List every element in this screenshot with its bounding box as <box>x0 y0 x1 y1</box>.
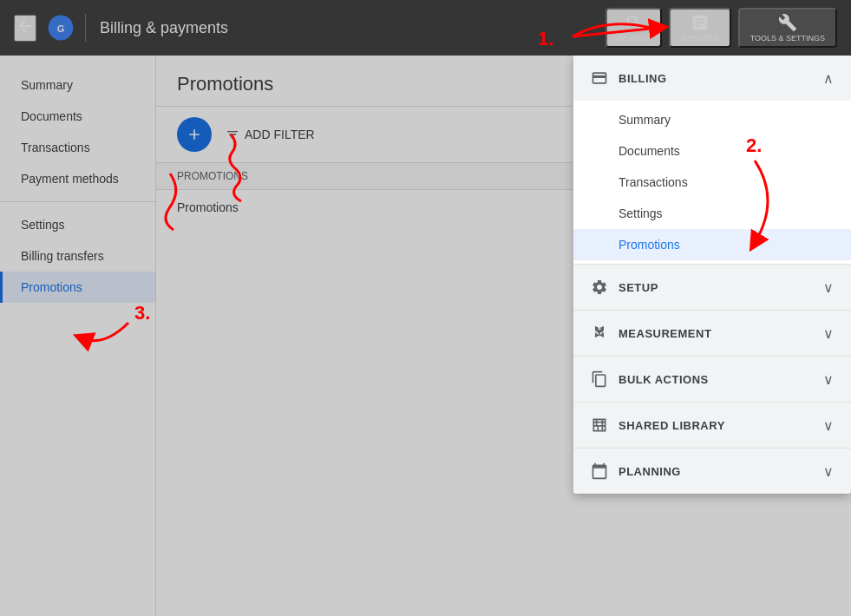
shared-library-icon <box>591 416 608 434</box>
billing-icon <box>591 69 608 87</box>
setup-section: SETUP ∨ <box>573 265 851 311</box>
setup-section-header[interactable]: SETUP ∨ <box>573 265 851 310</box>
planning-icon <box>591 462 608 480</box>
dropdown-item-transactions[interactable]: Transactions <box>573 167 851 198</box>
shared-library-section-label: SHARED LIBRARY <box>619 419 823 432</box>
dropdown-item-documents[interactable]: Documents <box>573 135 851 167</box>
planning-section-label: PLANNING <box>619 465 823 478</box>
planning-section: PLANNING ∨ <box>573 449 851 494</box>
dropdown-item-settings[interactable]: Settings <box>573 198 851 229</box>
billing-items: Summary Documents Transactions Settings … <box>573 101 851 264</box>
shared-library-section: SHARED LIBRARY ∨ <box>573 403 851 449</box>
setup-section-label: SETUP <box>619 281 823 294</box>
billing-chevron-up-icon: ∧ <box>823 70 834 87</box>
billing-section-header[interactable]: BILLING ∧ <box>573 56 851 101</box>
billing-section: BILLING ∧ Summary Documents Transactions… <box>573 56 851 265</box>
setup-chevron-down-icon: ∨ <box>823 279 834 296</box>
measurement-section-label: MEASUREMENT <box>619 327 823 340</box>
dropdown-item-promotions[interactable]: Promotions <box>573 229 851 260</box>
bulk-actions-icon <box>591 370 608 388</box>
billing-section-label: BILLING <box>619 72 823 85</box>
planning-chevron-down-icon: ∨ <box>823 463 834 480</box>
shared-library-chevron-down-icon: ∨ <box>823 417 834 434</box>
planning-section-header[interactable]: PLANNING ∨ <box>573 449 851 494</box>
bulk-actions-chevron-down-icon: ∨ <box>823 371 834 388</box>
bulk-actions-section: BULK ACTIONS ∨ <box>573 357 851 403</box>
bulk-actions-section-label: BULK ACTIONS <box>619 373 823 386</box>
tools-settings-dropdown: BILLING ∧ Summary Documents Transactions… <box>573 56 851 494</box>
measurement-section-header[interactable]: MEASUREMENT ∨ <box>573 311 851 356</box>
setup-icon <box>591 279 608 296</box>
shared-library-section-header[interactable]: SHARED LIBRARY ∨ <box>573 403 851 448</box>
measurement-icon <box>591 324 608 342</box>
measurement-section: MEASUREMENT ∨ <box>573 311 851 357</box>
measurement-chevron-down-icon: ∨ <box>823 325 834 342</box>
dropdown-item-summary[interactable]: Summary <box>573 104 851 135</box>
bulk-actions-section-header[interactable]: BULK ACTIONS ∨ <box>573 357 851 402</box>
